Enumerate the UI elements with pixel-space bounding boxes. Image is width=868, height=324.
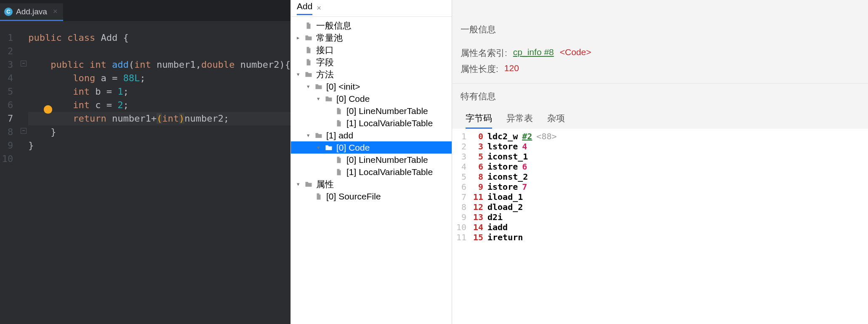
folder-icon bbox=[304, 34, 313, 42]
tree-row[interactable]: ▾方法 bbox=[291, 68, 452, 80]
attr-length-value: 120 bbox=[504, 63, 519, 75]
code-line[interactable]: public int add(int number1,double number… bbox=[28, 58, 290, 72]
editor-tabbar: C Add.java × bbox=[0, 0, 290, 21]
tab-misc[interactable]: 杂项 bbox=[547, 112, 565, 129]
specific-info-section: 特有信息 字节码 异常表 杂项 bbox=[452, 84, 868, 129]
bytecode-offset: 11 bbox=[471, 192, 483, 202]
bytecode-line-number: 11 bbox=[456, 232, 466, 242]
code-line[interactable]: } bbox=[28, 139, 290, 152]
line-number: 4 bbox=[0, 72, 13, 85]
tree-row[interactable]: ▸字段 bbox=[291, 56, 452, 68]
folder-icon bbox=[325, 143, 333, 152]
bytecode-row: 1115ireturn bbox=[456, 232, 864, 242]
tree-row[interactable]: ▸常量池 bbox=[291, 32, 452, 44]
bytecode-opcode: dload_2 bbox=[487, 202, 523, 212]
bytecode-arg: 6 bbox=[522, 162, 527, 172]
chevron-right-icon[interactable]: ▸ bbox=[295, 35, 301, 41]
tree-row[interactable]: ▾[0] Code bbox=[291, 93, 452, 105]
code-line[interactable]: long a = 88L; bbox=[28, 72, 290, 85]
bytecode-opcode: iconst_1 bbox=[487, 151, 528, 162]
bytecode-opcode: istore bbox=[487, 182, 518, 192]
folder-icon bbox=[314, 82, 323, 91]
cp-ref-link[interactable]: #2 bbox=[522, 131, 532, 141]
tree-label: [0] LineNumberTable bbox=[346, 155, 428, 165]
tab-bytecode[interactable]: 字节码 bbox=[466, 112, 492, 129]
code-line[interactable] bbox=[28, 45, 290, 58]
bytecode-offset: 5 bbox=[471, 151, 483, 162]
viewer-tab-label[interactable]: Add bbox=[297, 1, 312, 15]
tree-row[interactable]: ▾属性 bbox=[291, 178, 452, 190]
fold-gutter: − − bbox=[18, 31, 28, 324]
tree-label: 一般信息 bbox=[316, 20, 351, 32]
bytecode-opcode: iconst_2 bbox=[487, 172, 528, 182]
tree-row[interactable]: ▸一般信息 bbox=[291, 19, 452, 32]
tree-row[interactable]: ▸[0] LineNumberTable bbox=[291, 154, 452, 166]
tree-row[interactable]: ▾[0] <init> bbox=[291, 80, 452, 93]
tree-label: 属性 bbox=[316, 178, 334, 190]
tree-label: 接口 bbox=[316, 44, 334, 56]
code-line[interactable]: return number1+(int)number2; bbox=[28, 112, 290, 125]
chevron-down-icon[interactable]: ▾ bbox=[315, 96, 321, 102]
tree-label: [1] add bbox=[326, 130, 353, 141]
cp-info-link[interactable]: cp_info #8 bbox=[513, 47, 554, 59]
line-number: 5 bbox=[0, 85, 13, 98]
tree-label: 方法 bbox=[316, 69, 334, 80]
bytecode-opcode: lstore bbox=[487, 141, 518, 151]
close-icon[interactable]: × bbox=[53, 7, 58, 16]
code-line[interactable]: public class Add { bbox=[28, 31, 290, 45]
line-gutter: 12345678910 bbox=[0, 31, 18, 324]
editor-tab-addjava[interactable]: C Add.java × bbox=[0, 3, 63, 21]
code-line[interactable] bbox=[28, 152, 290, 166]
chevron-down-icon[interactable]: ▾ bbox=[305, 133, 311, 138]
code-line[interactable]: } bbox=[28, 125, 290, 139]
bytecode-row: 1014iadd bbox=[456, 222, 864, 232]
code-line[interactable]: int b = 1; bbox=[28, 85, 290, 98]
bytecode-line-number: 5 bbox=[456, 172, 466, 182]
file-icon bbox=[335, 156, 343, 164]
java-class-icon: C bbox=[4, 8, 13, 16]
chevron-down-icon[interactable]: ▾ bbox=[305, 84, 311, 90]
tree-label: [0] Code bbox=[336, 143, 370, 153]
bytecode-row: 69istore7 bbox=[456, 182, 864, 192]
bytecode-line-number: 9 bbox=[456, 212, 466, 222]
bytecode-line-number: 3 bbox=[456, 151, 466, 162]
bytecode-offset: 8 bbox=[471, 172, 483, 182]
tree-label: [1] LocalVariableTable bbox=[346, 118, 433, 128]
tree-row[interactable]: ▾[0] Code bbox=[291, 141, 452, 154]
file-icon bbox=[304, 46, 313, 54]
class-tree[interactable]: ▸一般信息▸常量池▸接口▸字段▾方法▾[0] <init>▾[0] Code▸[… bbox=[291, 17, 452, 324]
subtab-bar: 字节码 异常表 杂项 bbox=[461, 112, 860, 129]
code-body[interactable]: public class Add { public int add(int nu… bbox=[28, 31, 290, 324]
bytecode-row: 711iload_1 bbox=[456, 192, 864, 202]
bytecode-row: 58iconst_2 bbox=[456, 172, 864, 182]
specific-info-heading: 特有信息 bbox=[461, 90, 860, 102]
file-icon bbox=[335, 168, 343, 176]
tree-row[interactable]: ▸[1] LocalVariableTable bbox=[291, 166, 452, 178]
line-number: 9 bbox=[0, 139, 13, 152]
tree-row[interactable]: ▸[0] LineNumberTable bbox=[291, 105, 452, 117]
line-number: 8 bbox=[0, 125, 13, 139]
editor-tab-label: Add.java bbox=[16, 7, 47, 16]
tree-row[interactable]: ▾[1] add bbox=[291, 129, 452, 141]
fold-icon[interactable]: − bbox=[21, 128, 27, 134]
file-icon bbox=[335, 107, 343, 115]
bytecode-opcode: ireturn bbox=[487, 232, 523, 242]
tab-exception-table[interactable]: 异常表 bbox=[506, 112, 533, 129]
bytecode-line-number: 2 bbox=[456, 141, 466, 151]
bytecode-listing[interactable]: 10ldc2_w#2<88>23lstore435iconst_146istor… bbox=[452, 129, 868, 324]
tree-row[interactable]: ▸接口 bbox=[291, 44, 452, 56]
code-line[interactable]: int c = 2; bbox=[28, 98, 290, 112]
tree-row[interactable]: ▸[1] LocalVariableTable bbox=[291, 117, 452, 129]
chevron-down-icon[interactable]: ▾ bbox=[295, 72, 301, 77]
bytecode-offset: 15 bbox=[471, 232, 483, 242]
chevron-down-icon[interactable]: ▾ bbox=[315, 145, 321, 151]
fold-icon[interactable]: − bbox=[21, 61, 27, 66]
tree-row[interactable]: ▸[0] SourceFile bbox=[291, 190, 452, 202]
chevron-down-icon[interactable]: ▾ bbox=[295, 181, 301, 187]
file-icon bbox=[304, 21, 313, 30]
folder-icon bbox=[314, 131, 323, 140]
intention-bulb-icon[interactable] bbox=[44, 105, 52, 114]
close-icon[interactable]: × bbox=[317, 4, 321, 13]
bytecode-offset: 13 bbox=[471, 212, 483, 222]
code-area[interactable]: 12345678910 − − public class Add { publi… bbox=[0, 21, 290, 324]
